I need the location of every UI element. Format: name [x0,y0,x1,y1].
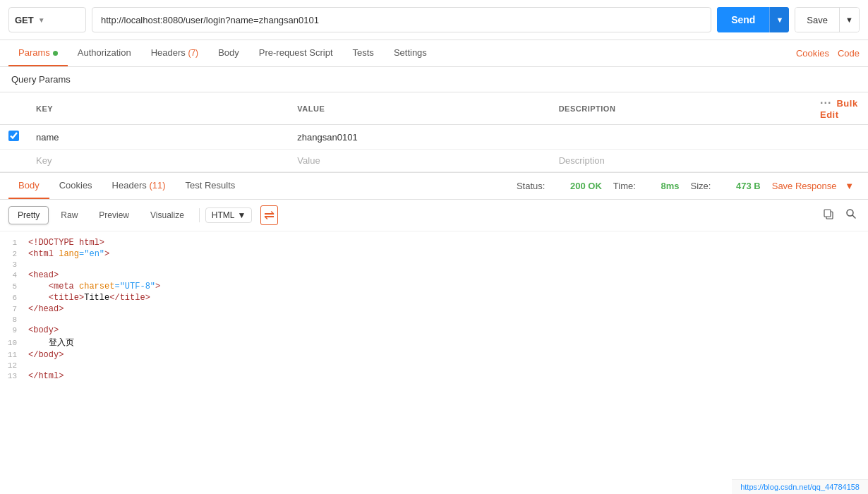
fmt-tab-raw[interactable]: Raw [52,206,87,224]
format-chevron: ▼ [238,210,246,220]
resp-tab-cookies[interactable]: Cookies [49,173,102,199]
request-tabs: Params Authorization Headers (7) Body Pr… [0,40,868,67]
tab-pre-request[interactable]: Pre-request Script [249,40,343,66]
code-line: 13</html> [0,370,868,382]
code-line: 1<!DOCTYPE html> [0,237,868,248]
svg-line-3 [852,215,855,218]
tab-headers[interactable]: Headers (7) [141,40,208,66]
line-content: </body> [28,350,868,360]
save-button[interactable]: Save [795,7,839,32]
line-content: <!DOCTYPE html> [28,238,868,248]
save-btn-group: Save ▼ [795,7,860,32]
empty-key-input[interactable] [36,155,280,166]
status-label: Status: [517,181,545,191]
line-content: 登入页 [28,337,868,349]
response-status: Status: 200 OK Time: 8ms Size: 473 B Sav… [517,181,860,191]
line-content: <html lang="en"> [28,249,868,259]
search-icon [845,208,857,219]
send-btn-group: Send ▼ [717,7,789,32]
resp-tab-test-results[interactable]: Test Results [176,173,246,199]
method-label: GET [15,15,34,25]
send-button[interactable]: Send [717,7,769,32]
empty-value-input[interactable] [297,155,541,166]
code-area: 1<!DOCTYPE html>2<html lang="en">34<head… [0,231,868,387]
query-params-title: Query Params [0,67,868,92]
tab-params[interactable]: Params [8,40,68,66]
fmt-tab-visualize[interactable]: Visualize [141,206,193,224]
line-number: 12 [0,361,28,370]
tab-authorization[interactable]: Authorization [68,40,141,66]
row-checkbox[interactable] [8,131,19,141]
code-line: 11</body> [0,349,868,361]
line-number: 4 [0,271,28,279]
row-desc-input[interactable] [559,132,803,143]
format-select[interactable]: HTML ▼ [205,207,253,223]
line-number: 1 [0,239,28,247]
line-number: 6 [0,294,28,302]
resp-tab-body[interactable]: Body [8,173,49,199]
method-select[interactable]: GET ▼ [8,7,86,32]
code-line: 10 登入页 [0,336,868,349]
size-label: Size: [690,181,711,191]
copy-button[interactable] [820,205,837,225]
resp-tab-headers[interactable]: Headers (11) [102,173,176,199]
line-content: <meta charset="UTF-8"> [28,282,868,291]
search-button[interactable] [843,205,860,225]
cookies-link[interactable]: Cookies [796,48,829,59]
code-line: 9<body> [0,325,868,336]
format-separator [199,208,200,222]
send-dropdown-button[interactable]: ▼ [769,7,789,32]
line-number: 8 [0,315,28,324]
line-number: 5 [0,282,28,291]
top-right-links: Cookies Code [796,48,860,59]
response-tabs: Body Cookies Headers (11) Test Results S… [0,172,868,200]
empty-desc-input[interactable] [559,155,803,166]
line-number: 10 [0,339,28,347]
row-checkbox-cell [0,125,28,150]
row-key-input[interactable] [36,132,280,143]
line-number: 13 [0,372,28,380]
line-content: </html> [28,371,868,381]
resp-headers-badge: (11) [149,180,165,191]
url-input[interactable] [92,7,711,32]
save-response-button[interactable]: Save Response ▼ [772,181,854,191]
fmt-tab-preview[interactable]: Preview [90,206,138,224]
row-value-input[interactable] [297,132,541,143]
tab-body[interactable]: Body [208,40,249,66]
th-check [0,92,28,125]
save-dropdown-button[interactable]: ▼ [839,7,859,32]
time-value: 8ms [661,181,679,191]
params-dot [53,51,58,56]
wrap-icon[interactable]: ⇌ [260,205,278,225]
line-content: <body> [28,325,868,335]
tab-settings[interactable]: Settings [384,40,437,66]
th-desc: DESCRIPTION [550,92,812,125]
empty-actions-cell [812,150,868,172]
code-line: 5 <meta charset="UTF-8"> [0,281,868,292]
row-actions-cell [812,125,868,150]
empty-row [0,150,868,172]
row-desc-cell [550,125,812,150]
code-link[interactable]: Code [838,48,860,59]
line-number: 2 [0,250,28,258]
th-value: VALUE [289,92,550,125]
row-key-cell [28,125,289,150]
code-line: 4<head> [0,270,868,281]
tab-tests[interactable]: Tests [343,40,384,66]
line-number: 3 [0,260,28,269]
table-row [0,125,868,150]
empty-value-cell [289,150,550,172]
empty-checkbox-cell [0,150,28,172]
params-table: KEY VALUE DESCRIPTION ··· Bulk Edit [0,92,868,172]
code-line: 8 [0,315,868,325]
empty-desc-cell [550,150,812,172]
code-line: 3 [0,260,868,270]
line-number: 9 [0,326,28,335]
th-actions: ··· Bulk Edit [812,92,868,125]
size-value: 473 B [736,181,761,191]
more-icon[interactable]: ··· [820,97,831,109]
line-number: 7 [0,305,28,313]
code-line: 7</head> [0,303,868,315]
fmt-tab-pretty[interactable]: Pretty [8,206,49,224]
status-value: 200 OK [570,181,602,191]
